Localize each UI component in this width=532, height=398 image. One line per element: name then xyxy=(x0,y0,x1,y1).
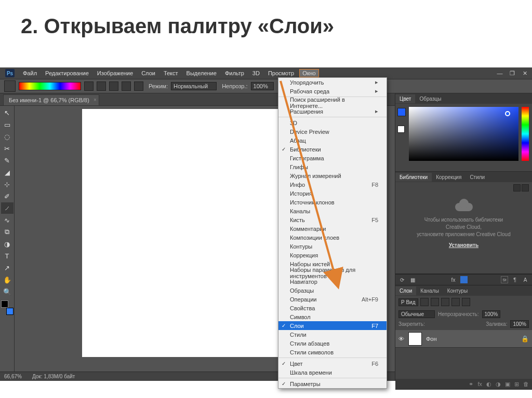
background-color-swatch[interactable] xyxy=(6,308,14,315)
minimize-icon[interactable]: — xyxy=(496,70,504,77)
menu-item-история[interactable]: История xyxy=(278,189,387,198)
gradient-preview[interactable] xyxy=(19,82,81,90)
menu-item-device-preview[interactable]: Device Preview xyxy=(278,127,387,136)
layer-blend-select[interactable]: Обычные xyxy=(398,310,435,318)
menu-item-навигатор[interactable]: Навигатор xyxy=(278,277,387,286)
menu-item-упорядочить[interactable]: Упорядочить▸ xyxy=(278,78,387,87)
menu-item-глифы[interactable]: Глифы xyxy=(278,162,387,171)
gradient-reflected-icon[interactable] xyxy=(122,81,131,91)
st-icon[interactable]: St xyxy=(501,276,508,283)
menu-item-шкала-времени[interactable]: Шкала времени xyxy=(278,368,387,377)
menu-item-комментарии[interactable]: Комментарии xyxy=(278,224,387,233)
menu-item-поиск-расширений-в-интернете-[interactable]: Поиск расширений в Интернете... xyxy=(278,98,387,107)
gradient-tool[interactable]: ⟋ xyxy=(1,202,14,214)
color-selector-dot[interactable] xyxy=(505,111,510,116)
gradient-linear-icon[interactable] xyxy=(84,81,94,91)
filter-text-icon[interactable] xyxy=(441,298,449,306)
foreground-color-swatch[interactable] xyxy=(1,300,8,308)
lib-grid-view-icon[interactable] xyxy=(522,184,529,191)
layer-thumbnail[interactable] xyxy=(408,332,422,346)
color-field[interactable] xyxy=(409,107,518,161)
maximize-icon[interactable]: ❐ xyxy=(508,70,516,77)
menu-item-библиотеки[interactable]: Библиотеки xyxy=(278,145,387,154)
menu-layers[interactable]: Слои xyxy=(138,69,158,77)
menu-item-слои[interactable]: СлоиF7 xyxy=(278,321,387,330)
menu-item-коррекция[interactable]: Коррекция xyxy=(278,251,387,259)
filter-smart-icon[interactable] xyxy=(462,298,470,306)
gradient-radial-icon[interactable] xyxy=(97,81,106,91)
tool-preset-icon[interactable] xyxy=(4,80,16,92)
visibility-icon[interactable]: 👁 xyxy=(398,336,404,342)
link-layers-icon[interactable]: ⚭ xyxy=(469,381,473,388)
menu-item-стили[interactable]: Стили xyxy=(278,330,387,339)
menu-item-рабочая-среда[interactable]: Рабочая среда▸ xyxy=(278,87,387,95)
brush-tool[interactable]: ⊹ xyxy=(1,179,14,190)
document-tab[interactable]: Без имени-1 @ 66,7% (RGB/8) × xyxy=(3,94,99,105)
tab-channels[interactable]: Каналы xyxy=(416,286,443,295)
filter-adjust-icon[interactable] xyxy=(431,298,439,306)
lib-list-view-icon[interactable] xyxy=(513,184,521,191)
layer-fill-input[interactable]: 100% xyxy=(510,320,529,328)
close-tab-icon[interactable]: × xyxy=(94,97,97,103)
menu-item-параметры[interactable]: Параметры xyxy=(278,379,387,388)
opacity-input[interactable]: 100% xyxy=(251,82,274,90)
menu-select[interactable]: Выделение xyxy=(183,69,220,77)
panel-fg-swatch[interactable] xyxy=(397,108,406,116)
lasso-tool[interactable]: ◌ xyxy=(1,131,14,142)
char-icon[interactable]: ¶ xyxy=(511,276,518,283)
tab-color[interactable]: Цвет xyxy=(395,94,415,103)
zoom-level[interactable]: 66,67% xyxy=(4,374,22,379)
menu-edit[interactable]: Редактирование xyxy=(42,69,92,77)
menu-item-свойства[interactable]: Свойства xyxy=(278,304,387,312)
menu-item-стили-абзацев[interactable]: Стили абзацев xyxy=(278,339,387,348)
marquee-tool[interactable]: ▭ xyxy=(1,119,14,130)
menu-item-каналы[interactable]: Каналы xyxy=(278,207,387,215)
tab-layers[interactable]: Слои xyxy=(395,286,416,295)
tab-paths[interactable]: Контуры xyxy=(443,286,472,295)
color-swatches[interactable] xyxy=(1,300,14,315)
healing-tool[interactable]: ◢ xyxy=(1,167,14,178)
tab-adjustments[interactable]: Коррекция xyxy=(432,173,466,182)
new-adjustment-icon[interactable]: ◑ xyxy=(496,381,501,388)
menu-text[interactable]: Текст xyxy=(161,69,181,77)
canvas[interactable] xyxy=(82,109,285,357)
menu-image[interactable]: Изображение xyxy=(94,69,136,77)
menu-item-композиции-слоев[interactable]: Композиции слоев xyxy=(278,233,387,242)
menu-item-источник-клонов[interactable]: Источник клонов xyxy=(278,198,387,207)
menu-item-символ[interactable]: Символ xyxy=(278,312,387,321)
install-link[interactable]: Установить xyxy=(449,242,478,248)
gradient-diamond-icon[interactable] xyxy=(134,81,143,91)
new-layer-icon[interactable]: ⊞ xyxy=(514,381,519,388)
menu-item-цвет[interactable]: ЦветF6 xyxy=(278,359,387,368)
para-icon[interactable]: A xyxy=(522,276,529,283)
menu-item-журнал-измерений[interactable]: Журнал измерений xyxy=(278,171,387,180)
menu-filter[interactable]: Фильтр xyxy=(222,69,247,77)
menu-window[interactable]: Окно xyxy=(299,69,319,77)
menu-item-3d[interactable]: 3D xyxy=(278,118,387,127)
menu-item-расширения[interactable]: Расширения▸ xyxy=(278,107,387,116)
history-icon[interactable]: ⟳ xyxy=(398,276,406,283)
new-group-icon[interactable]: ▣ xyxy=(505,381,510,388)
pen-tool[interactable]: ⧉ xyxy=(1,226,14,238)
stamp-tool[interactable]: ✐ xyxy=(1,190,14,202)
fx-icon[interactable]: fx xyxy=(450,276,457,283)
gradient-angle-icon[interactable] xyxy=(109,81,118,91)
menu-file[interactable]: Файл xyxy=(20,69,40,77)
dodge-tool[interactable]: ◑ xyxy=(1,238,14,250)
crop-tool[interactable]: ✂ xyxy=(1,143,14,154)
menu-3d[interactable]: 3D xyxy=(249,69,263,77)
menu-item-абзац[interactable]: Абзац xyxy=(278,136,387,145)
fill-icon[interactable] xyxy=(460,276,468,283)
menu-item-гистограмма[interactable]: Гистограмма xyxy=(278,154,387,162)
layer-fx-icon[interactable]: fx xyxy=(477,381,482,387)
actions-icon[interactable]: ▦ xyxy=(409,276,416,283)
menu-item-стили-символов[interactable]: Стили символов xyxy=(278,348,387,356)
layer-filter-select[interactable]: Р Вид xyxy=(398,298,418,306)
filter-pixel-icon[interactable] xyxy=(420,298,429,306)
hand-tool[interactable]: ✋ xyxy=(1,274,14,285)
close-icon[interactable]: ✕ xyxy=(521,70,529,77)
move-tool[interactable]: ↖ xyxy=(1,107,14,118)
layer-opacity-input[interactable]: 100% xyxy=(482,310,501,318)
menu-item-кисть[interactable]: КистьF5 xyxy=(278,215,387,224)
layer-mask-icon[interactable]: ◐ xyxy=(486,381,491,388)
